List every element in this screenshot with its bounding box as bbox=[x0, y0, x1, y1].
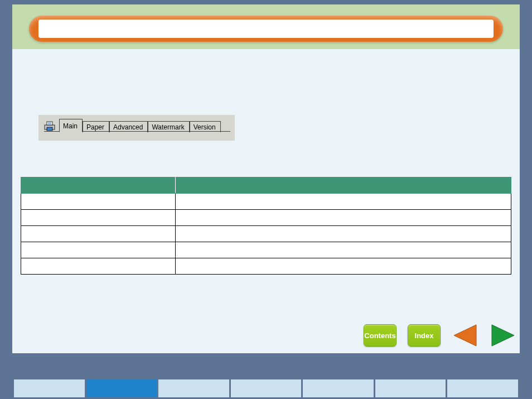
prev-button[interactable] bbox=[452, 324, 478, 347]
table-header bbox=[176, 177, 511, 194]
footer-tab[interactable] bbox=[86, 379, 157, 397]
table-header bbox=[21, 177, 176, 194]
footer-tabs bbox=[12, 378, 520, 399]
table-row bbox=[21, 258, 511, 275]
footer-tab[interactable] bbox=[375, 379, 446, 397]
svg-marker-6 bbox=[492, 325, 514, 346]
svg-rect-2 bbox=[47, 127, 52, 131]
nav-bar: Contents Index bbox=[12, 319, 520, 352]
table-row bbox=[21, 210, 511, 226]
footer-tab[interactable] bbox=[158, 379, 229, 397]
tab-watermark[interactable]: Watermark bbox=[148, 121, 189, 132]
svg-marker-5 bbox=[454, 325, 476, 346]
contents-button[interactable]: Contents bbox=[364, 324, 396, 347]
title-text bbox=[38, 20, 494, 38]
footer-tab[interactable] bbox=[447, 379, 518, 397]
header-band bbox=[12, 4, 520, 49]
table-row bbox=[21, 226, 511, 242]
printer-icon bbox=[44, 121, 55, 131]
footer-tab[interactable] bbox=[231, 379, 302, 397]
table-row bbox=[21, 242, 511, 258]
settings-table bbox=[21, 177, 511, 275]
next-button[interactable] bbox=[490, 324, 516, 347]
title-pill bbox=[29, 16, 503, 42]
tab-advanced[interactable]: Advanced bbox=[109, 121, 148, 132]
index-button[interactable]: Index bbox=[408, 324, 441, 347]
svg-rect-1 bbox=[47, 122, 52, 125]
tab-paper[interactable]: Paper bbox=[83, 121, 109, 132]
table-row bbox=[21, 194, 511, 210]
footer-tab[interactable] bbox=[303, 379, 374, 397]
footer-tab[interactable] bbox=[14, 379, 85, 397]
tab-main[interactable]: Main bbox=[59, 119, 83, 132]
tabs-panel: Main Paper Advanced Watermark Version bbox=[38, 115, 235, 141]
content-area: Main Paper Advanced Watermark Version Co… bbox=[12, 49, 520, 353]
tab-version[interactable]: Version bbox=[190, 121, 221, 132]
